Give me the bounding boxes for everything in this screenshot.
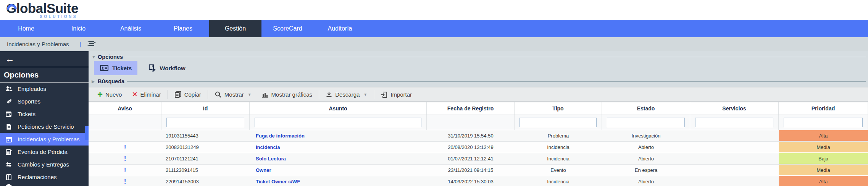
aviso-cell: ! (89, 153, 161, 164)
servicios-cell (690, 130, 779, 141)
sidebar-item-incidencias[interactable]: Incidencias y Problemas (0, 133, 89, 146)
sidebar-item-partial[interactable] (0, 183, 89, 186)
sidebar-item-soportes[interactable]: Soportes (0, 95, 89, 108)
filter-estado-input[interactable] (607, 118, 685, 127)
tab-workflow[interactable]: Workflow (142, 61, 191, 75)
alert-exclamation-icon: ! (124, 167, 126, 174)
table-filter-row (89, 115, 868, 130)
prioridad-badge: Media (779, 165, 868, 176)
table-toolbar: + Nuevo ✕ Eliminar Copiar (89, 87, 868, 102)
filter-asunto-input[interactable] (255, 118, 421, 127)
toolbar-separator (208, 90, 208, 99)
delete-button-label: Eliminar (140, 91, 161, 98)
download-button[interactable]: Descarga ▼ (321, 87, 372, 101)
nav-item-auditoria[interactable]: Auditoría (314, 20, 366, 37)
filter-prioridad-input[interactable] (784, 118, 863, 127)
id-cell: 211123091415 (161, 165, 250, 176)
new-button[interactable]: + Nuevo (92, 87, 127, 101)
sidebar-item-peticiones[interactable]: Peticiones de Servicio (0, 120, 89, 133)
servicios-cell (690, 176, 779, 186)
table-row[interactable]: ! 210701121241 Solo Lectura 01/07/2021 1… (89, 153, 868, 165)
fecha-cell: 20/08/2020 13:12:49 (427, 142, 515, 153)
breadcrumb: Incidencias y Problemas (7, 41, 69, 47)
id-cell: 210701121241 (161, 153, 250, 164)
column-header-asunto[interactable]: Asunto (250, 102, 427, 115)
column-header-servicios[interactable]: Servicios (690, 102, 779, 115)
filter-tipo-input[interactable] (520, 118, 597, 127)
delete-button[interactable]: ✕ Eliminar (127, 87, 166, 101)
nav-item-home[interactable]: Home (0, 20, 52, 37)
table-row[interactable]: 191031155443 Fuga de información 31/10/2… (89, 130, 868, 142)
table-row[interactable]: ! 200820131249 Incidencia 20/08/2020 13:… (89, 142, 868, 153)
fecha-cell: 31/10/2019 15:54:50 (427, 130, 515, 141)
copy-icon (174, 91, 182, 98)
estado-cell: Abierto (602, 176, 690, 186)
search-section-header[interactable]: ▶ Búsqueda (92, 78, 866, 85)
breadcrumb-bar: Incidencias y Problemas | (0, 37, 868, 51)
sidebar-item-eventos[interactable]: Eventos de Pérdida (0, 146, 89, 158)
show-button-label: Mostrar (224, 91, 244, 98)
filter-id-input[interactable] (166, 118, 244, 127)
sidebar-heading: Opciones (0, 67, 89, 82)
tab-tickets[interactable]: Tickets (94, 61, 137, 75)
breadcrumb-separator: | (80, 41, 81, 47)
table-row[interactable]: ! 211123091415 Owner 23/11/2021 09:14:15… (89, 165, 868, 176)
download-button-label: Descarga (335, 91, 360, 98)
fecha-cell: 23/11/2021 09:14:15 (427, 165, 515, 176)
nav-item-scorecard[interactable]: ScoreCard (261, 20, 314, 37)
nav-item-gestion[interactable]: Gestión (209, 20, 261, 37)
globalsuite-logo: GlobalSuite SOLUTIONS (6, 1, 78, 19)
asunto-link[interactable]: Solo Lectura (250, 153, 427, 164)
servicios-cell (690, 142, 779, 153)
column-header-id[interactable]: Id (161, 102, 250, 115)
plus-icon: + (97, 91, 103, 98)
asunto-link[interactable]: Ticket Owner c/WF (250, 176, 427, 186)
sidebar-item-label: Cambios y Entregas (18, 161, 69, 168)
column-header-fecha[interactable]: Fecha de Registro (427, 102, 515, 115)
aviso-cell: ! (89, 176, 161, 186)
tipo-cell: Incidencia (515, 153, 602, 164)
column-header-tipo[interactable]: Tipo (515, 102, 602, 115)
alert-exclamation-icon: ! (124, 144, 126, 151)
new-button-label: Nuevo (105, 91, 122, 98)
import-button[interactable]: Importar (376, 87, 417, 101)
sidebar-item-tickets[interactable]: Tickets (0, 108, 89, 120)
show-button[interactable]: Mostrar ▼ (210, 87, 257, 101)
people-icon (5, 85, 13, 93)
id-cell: 191031155443 (161, 130, 250, 141)
sidebar-item-label: Incidencias y Problemas (18, 136, 80, 142)
document-icon (5, 123, 13, 131)
tipo-cell: Incidencia (515, 176, 602, 186)
asunto-link[interactable]: Owner (250, 165, 427, 176)
table-row[interactable]: ! 220914153003 Ticket Owner c/WF 14/09/2… (89, 176, 868, 186)
column-header-prioridad[interactable]: Prioridad (779, 102, 868, 115)
import-icon (381, 91, 388, 98)
column-header-aviso[interactable]: Aviso (89, 102, 161, 115)
search-section-label: Búsqueda (98, 78, 124, 84)
copy-button[interactable]: Copiar (169, 87, 206, 101)
sidebar-item-cambios[interactable]: Cambios y Entregas (0, 158, 89, 171)
sidebar-item-label: Eventos de Pérdida (18, 149, 68, 155)
prioridad-badge: Alta (779, 130, 868, 141)
nav-item-planes[interactable]: Planes (157, 20, 209, 37)
show-charts-button[interactable]: Mostrar gráficas (257, 87, 318, 101)
column-header-estado[interactable]: Estado (602, 102, 690, 115)
nav-item-analisis[interactable]: Análisis (105, 20, 157, 37)
sidebar-collapse-button[interactable]: ← (0, 51, 89, 67)
options-section-header[interactable]: ▼ Opciones (92, 53, 866, 60)
filter-cell-aviso (89, 115, 161, 130)
toolbar-separator (319, 90, 319, 99)
swap-arrows-icon (5, 161, 13, 168)
section-divider (127, 81, 866, 82)
section-divider (125, 57, 866, 57)
asunto-link[interactable]: Fuga de información (250, 130, 427, 141)
sidebar-item-reclamaciones[interactable]: Reclamaciones (0, 171, 89, 183)
sidebar-item-empleados[interactable]: Empleados (0, 82, 89, 95)
chevron-down-icon: ▼ (248, 92, 252, 97)
sort-list-icon[interactable] (86, 40, 96, 48)
sidebar-scrollbar-thumb[interactable] (85, 126, 89, 140)
id-card-icon (100, 64, 109, 72)
asunto-link[interactable]: Incidencia (250, 142, 427, 153)
filter-servicios-input[interactable] (695, 118, 773, 127)
nav-item-inicio[interactable]: Inicio (52, 20, 105, 37)
